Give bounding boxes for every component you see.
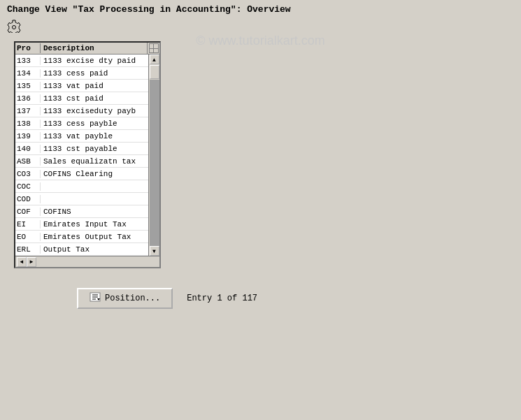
table-row[interactable]: ERLOutput Tax xyxy=(15,243,148,256)
cell-pro: 136 xyxy=(15,94,41,103)
cell-pro: COF xyxy=(15,208,41,216)
cell-desc: 1133 vat payble xyxy=(41,132,148,140)
scroll-down-button[interactable]: ▼ xyxy=(150,246,159,256)
cell-pro: CO3 xyxy=(15,170,41,178)
table-row[interactable]: ASBSales equalizatn tax xyxy=(15,155,148,168)
cell-desc: Sales equalizatn tax xyxy=(41,157,148,166)
table-row[interactable]: 1401133 cst payable xyxy=(15,143,148,155)
horizontal-scrollbar[interactable]: ◄ ► xyxy=(15,256,159,267)
entry-info: Entry 1 of 117 xyxy=(187,294,257,303)
cell-pro: ASB xyxy=(15,157,41,166)
cell-pro: 138 xyxy=(15,120,41,128)
position-button-label: Position... xyxy=(105,294,160,303)
table-row[interactable]: COD xyxy=(15,193,148,205)
svg-point-0 xyxy=(13,26,16,29)
cell-desc: 1133 vat paid xyxy=(41,82,148,90)
cell-desc: 1133 cess paid xyxy=(41,69,148,78)
hscroll-right-button[interactable]: ► xyxy=(27,257,36,267)
cell-desc: Emirates Output Tax xyxy=(41,233,148,241)
table-row[interactable]: CO3COFINS Clearing xyxy=(15,168,148,180)
position-btn-icon xyxy=(90,292,101,305)
scroll-up-button[interactable]: ▲ xyxy=(150,55,159,64)
table-row[interactable]: 1371133 exciseduty payb xyxy=(15,105,148,117)
hscroll-left-button[interactable]: ◄ xyxy=(17,257,27,267)
table-row[interactable]: 1331133 excise dty paid xyxy=(15,55,148,67)
table-row[interactable]: 1341133 cess paid xyxy=(15,67,148,80)
cell-desc: 1133 cst paid xyxy=(41,94,148,103)
table-container: Pro Description 1331133 excise dty paid1… xyxy=(14,41,161,268)
cell-desc: Emirates Input Tax xyxy=(41,220,148,229)
page-title: Change View "Tax Processing in Accountin… xyxy=(7,4,291,15)
cell-pro: EO xyxy=(15,233,41,241)
table-row[interactable]: 1381133 cess payble xyxy=(15,117,148,130)
scroll-thumb[interactable] xyxy=(150,65,159,79)
cell-desc: 1133 exciseduty payb xyxy=(41,107,148,115)
table-row[interactable]: 1361133 cst paid xyxy=(15,92,148,105)
cell-pro: 139 xyxy=(15,132,41,140)
toolbar xyxy=(0,16,521,36)
cell-pro: ERL xyxy=(15,245,41,254)
cell-pro: 137 xyxy=(15,107,41,115)
cell-desc: COFINS Clearing xyxy=(41,170,148,178)
cell-pro: 135 xyxy=(15,82,41,90)
cell-pro: 133 xyxy=(15,57,41,65)
col-pro-header: Pro xyxy=(15,43,41,53)
settings-icon[interactable] xyxy=(7,19,21,33)
col-desc-header: Description xyxy=(41,43,147,53)
cell-pro: COD xyxy=(15,195,41,203)
table-row[interactable]: 1351133 vat paid xyxy=(15,80,148,92)
main-content: Pro Description 1331133 excise dty paid1… xyxy=(0,36,521,274)
cell-desc: 1133 cess payble xyxy=(41,120,148,128)
grid-icon[interactable] xyxy=(147,43,159,54)
table-row[interactable]: EIEmirates Input Tax xyxy=(15,218,148,231)
cell-pro: 140 xyxy=(15,145,41,153)
cell-pro: EI xyxy=(15,220,41,229)
title-bar: Change View "Tax Processing in Accountin… xyxy=(0,0,521,16)
cell-pro: 134 xyxy=(15,69,41,78)
table-row[interactable]: COC xyxy=(15,180,148,193)
table-header: Pro Description xyxy=(15,43,159,55)
cell-desc: 1133 excise dty paid xyxy=(41,57,148,65)
cell-desc: 1133 cst payable xyxy=(41,145,148,153)
footer: Position... Entry 1 of 117 xyxy=(0,274,521,316)
vertical-scrollbar[interactable]: ▲ ▼ xyxy=(148,55,159,256)
table-row[interactable]: COFCOFINS xyxy=(15,205,148,218)
table-row[interactable]: 1391133 vat payble xyxy=(15,130,148,143)
cell-pro: COC xyxy=(15,182,41,191)
position-button[interactable]: Position... xyxy=(77,288,173,309)
scroll-track xyxy=(150,80,159,246)
cell-desc: COFINS xyxy=(41,208,148,216)
table-row[interactable]: EOEmirates Output Tax xyxy=(15,231,148,243)
cell-desc: Output Tax xyxy=(41,245,148,254)
table-rows-area: 1331133 excise dty paid1341133 cess paid… xyxy=(15,55,148,256)
